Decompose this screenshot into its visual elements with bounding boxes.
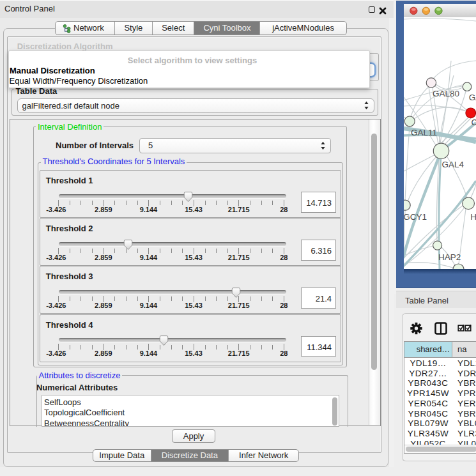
svg-text:GA: GA <box>469 93 476 102</box>
svg-text:GCY1: GCY1 <box>404 212 427 222</box>
svg-text:GAL80: GAL80 <box>433 89 459 98</box>
svg-text:GAL11: GAL11 <box>411 128 437 137</box>
svg-text:GAL4: GAL4 <box>442 160 464 169</box>
svg-text:H: H <box>470 212 476 222</box>
svg-text:HAP2: HAP2 <box>438 252 461 262</box>
svg-text:CA: CA <box>472 118 476 127</box>
